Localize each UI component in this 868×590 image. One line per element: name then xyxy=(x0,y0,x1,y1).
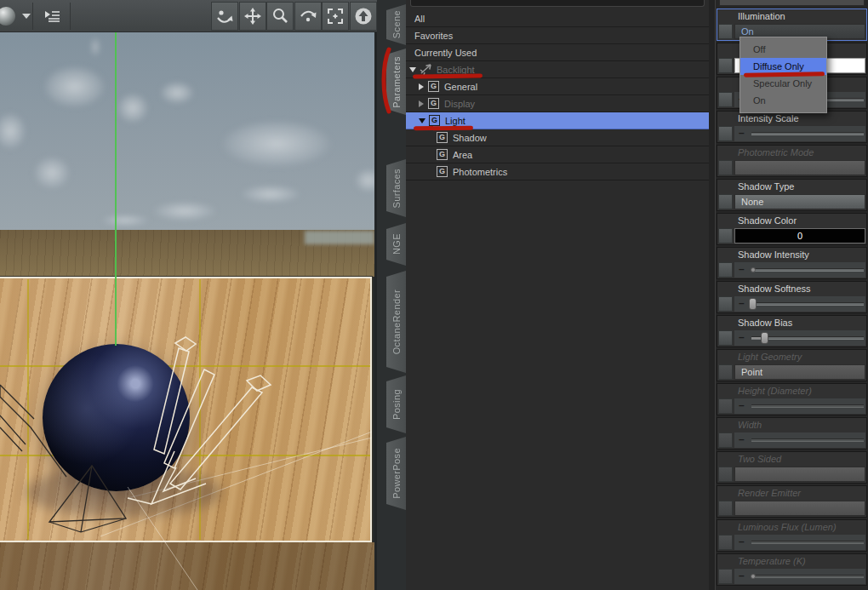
group-icon: G xyxy=(428,81,439,92)
tab-surfaces[interactable]: Surfaces xyxy=(386,159,406,217)
group-icon: G xyxy=(429,115,440,126)
expand-collapse-icon[interactable] xyxy=(419,83,424,90)
slider-track[interactable] xyxy=(751,132,864,135)
group-icon: G xyxy=(437,166,448,177)
light-wireframe-arrows xyxy=(128,337,271,504)
nudge-minus-icon[interactable]: – xyxy=(739,298,745,308)
prop-luminous-flux: Luminous Flux (Lumen) – xyxy=(717,519,867,552)
nudge-minus-icon[interactable]: – xyxy=(739,264,745,274)
tree-row-favorites[interactable]: Favorites xyxy=(406,27,709,44)
pan-camera-button[interactable] xyxy=(239,2,266,31)
param-gutter xyxy=(718,92,733,107)
clipped-control-partial xyxy=(719,0,865,6)
slider-track xyxy=(751,404,864,408)
slider-handle[interactable] xyxy=(761,332,768,344)
prop-shadow-color: Shadow Color 0 xyxy=(717,213,867,245)
parameters-tree-panel: All Favorites Currently Used Backlight G… xyxy=(406,0,709,590)
prop-temperature: Temperature (K) – xyxy=(717,553,867,586)
param-gutter xyxy=(718,330,733,346)
dark-wireframe-arrows xyxy=(0,385,126,532)
viewport-toolbar xyxy=(0,0,377,32)
param-gutter xyxy=(718,467,733,482)
zoom-camera-icon xyxy=(271,7,289,26)
expand-collapse-icon[interactable] xyxy=(409,67,416,72)
frame-selection-icon xyxy=(326,7,345,26)
tab-scene[interactable]: Scene xyxy=(386,4,406,45)
param-gutter xyxy=(718,501,733,516)
orbit-camera-button[interactable] xyxy=(211,2,238,31)
param-gutter xyxy=(718,535,733,550)
frame-selection-button[interactable] xyxy=(322,2,349,31)
render-emitter-toggle xyxy=(734,501,865,516)
shadow-type-select[interactable]: None xyxy=(734,194,865,209)
param-gutter xyxy=(718,569,733,584)
prop-render-emitter: Render Emitter xyxy=(717,485,867,518)
tree-row-currently-used[interactable]: Currently Used xyxy=(406,44,709,61)
shadow-color-swatch[interactable]: 0 xyxy=(734,228,865,243)
slider-track[interactable] xyxy=(751,302,864,306)
photometric-mode-select xyxy=(734,160,865,175)
tree-row-photometrics[interactable]: G Photometrics xyxy=(406,163,709,180)
tab-powerpose[interactable]: PowerPose xyxy=(386,437,406,510)
light-geometry-select: Point xyxy=(734,364,865,380)
group-icon: G xyxy=(428,98,439,109)
slider-handle[interactable] xyxy=(749,298,757,310)
filter-input-partial[interactable] xyxy=(410,0,705,7)
param-gutter xyxy=(718,58,733,73)
slider-track xyxy=(751,575,864,578)
menu-item-specular-only[interactable]: Specular Only xyxy=(740,75,826,92)
zoom-camera-button[interactable] xyxy=(266,2,294,31)
rotate-camera-button[interactable] xyxy=(294,2,322,31)
viewport-3d[interactable] xyxy=(0,0,377,590)
orbit-camera-icon xyxy=(215,7,234,26)
nudge-minus-icon[interactable]: – xyxy=(739,128,745,138)
outline-list-icon xyxy=(43,7,61,26)
prop-width: Width – xyxy=(717,417,867,450)
aim-camera-button[interactable] xyxy=(350,2,377,31)
group-icon: G xyxy=(437,132,448,143)
pan-camera-icon xyxy=(243,7,262,26)
prop-light-geometry: Light Geometry Point xyxy=(717,349,867,381)
tab-octanerender[interactable]: OctaneRender xyxy=(386,271,406,373)
annotation-underline-backlight xyxy=(413,74,483,79)
caret-down-icon xyxy=(22,14,31,19)
menu-item-on[interactable]: On xyxy=(740,92,826,109)
prop-two-sided: Two Sided xyxy=(717,451,867,484)
expand-collapse-icon[interactable] xyxy=(419,100,424,107)
nudge-minus-icon[interactable]: – xyxy=(739,332,745,342)
aim-camera-up-icon xyxy=(354,7,373,26)
scene-sphere-tool-button[interactable] xyxy=(0,2,31,31)
param-gutter xyxy=(718,194,733,209)
app-window: Scene Parameters Surfaces NGE OctaneRend… xyxy=(0,0,868,590)
tree-row-shadow[interactable]: G Shadow xyxy=(406,129,709,146)
two-sided-toggle xyxy=(734,467,865,482)
tab-nge[interactable]: NGE xyxy=(386,223,406,266)
tree-row-all[interactable]: All xyxy=(406,10,709,27)
param-gutter xyxy=(718,24,733,39)
group-icon: G xyxy=(437,149,448,160)
annotation-arc-parameters-tab xyxy=(380,47,392,115)
slider-track xyxy=(751,438,864,442)
tree-row-area[interactable]: G Area xyxy=(406,146,709,163)
slider-track[interactable] xyxy=(751,268,864,272)
tree-row-display[interactable]: G Display xyxy=(406,95,709,112)
slider-handle[interactable] xyxy=(751,267,756,272)
param-gutter xyxy=(718,364,733,380)
param-gutter xyxy=(718,432,733,448)
param-gutter xyxy=(718,228,733,243)
prop-shadow-bias: Shadow Bias – xyxy=(717,315,867,347)
prop-shadow-intensity: Shadow Intensity – xyxy=(717,247,867,279)
prop-shadow-softness: Shadow Softness – xyxy=(717,281,867,313)
tree-row-general[interactable]: G General xyxy=(406,78,709,95)
prop-shadow-type: Shadow Type None xyxy=(717,179,867,211)
panel-splitter[interactable] xyxy=(709,0,716,590)
outline-list-button[interactable] xyxy=(34,2,70,31)
tab-posing[interactable]: Posing xyxy=(386,375,406,433)
menu-item-off[interactable]: Off xyxy=(740,41,826,58)
annotation-underline-light xyxy=(414,126,473,131)
nudge-minus-icon: – xyxy=(739,570,745,581)
nudge-minus-icon: – xyxy=(739,536,745,547)
wireframe-overlay xyxy=(0,0,377,590)
expand-collapse-icon[interactable] xyxy=(419,118,425,123)
prop-photometric-mode: Photometric Mode xyxy=(717,145,867,177)
